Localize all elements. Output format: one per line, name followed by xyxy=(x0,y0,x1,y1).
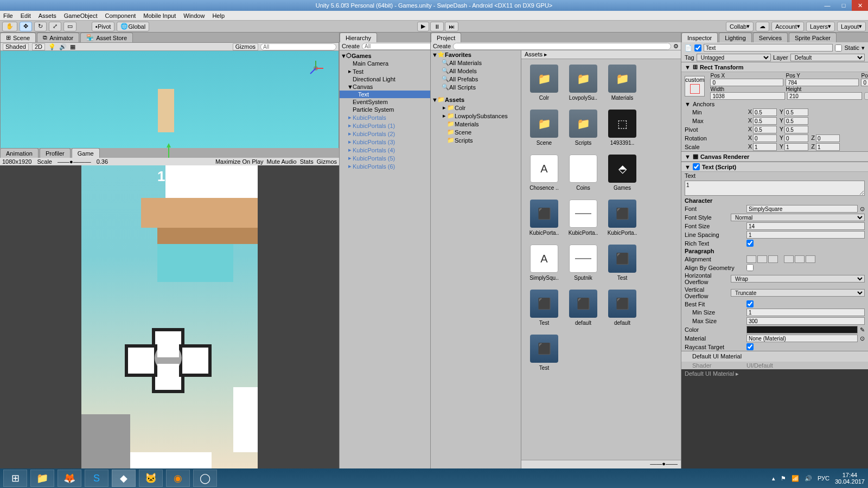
tray-flag-icon[interactable]: ⚑ xyxy=(781,475,786,482)
move-tool[interactable]: ✥ xyxy=(20,22,32,31)
height-field[interactable] xyxy=(787,92,862,100)
scene-view[interactable]: Shaded 2D 💡 🔊 ▦ Gizmos xyxy=(0,42,339,148)
object-name-field[interactable] xyxy=(704,44,833,52)
asset-item[interactable]: Coins xyxy=(566,155,601,191)
rotate-tool[interactable]: ↻ xyxy=(34,22,47,31)
rect-transform-header[interactable]: ▼⊞Rect Transform xyxy=(681,62,868,72)
font-picker-icon[interactable]: ⊙ xyxy=(860,206,865,213)
hierarchy-create[interactable]: Create xyxy=(342,43,360,49)
scene-shading[interactable]: Shaded xyxy=(3,43,29,50)
h-overflow-dropdown[interactable]: Wrap xyxy=(731,275,865,282)
account-dropdown[interactable]: Account ▾ xyxy=(771,22,804,31)
tab-project[interactable]: Project xyxy=(431,33,461,42)
best-fit-checkbox[interactable] xyxy=(746,300,754,307)
firefox-icon[interactable]: 🦊 xyxy=(58,470,81,487)
pivot-y[interactable] xyxy=(784,126,808,133)
width-field[interactable] xyxy=(710,92,785,100)
hierarchy-item[interactable]: Main Camera xyxy=(340,60,430,67)
project-search[interactable] xyxy=(453,43,671,50)
text-content-field[interactable]: 1 xyxy=(685,181,865,196)
scene-root[interactable]: ▼⬡ Games xyxy=(340,52,430,60)
posy-field[interactable] xyxy=(786,79,859,86)
asset-item[interactable]: ⬛default xyxy=(605,290,640,326)
layout-dropdown[interactable]: Layout ▾ xyxy=(837,22,866,31)
pivot-x[interactable] xyxy=(753,126,777,133)
game-gizmos[interactable]: Gizmos xyxy=(317,158,337,165)
asset-item[interactable]: ⬛Test xyxy=(527,335,561,371)
asset-item[interactable]: KubicPorta.. xyxy=(566,200,601,236)
tray-lang[interactable]: РУС xyxy=(818,475,829,481)
folder-item[interactable]: ▸📁 Colr xyxy=(431,104,521,112)
rot-z[interactable] xyxy=(816,134,840,142)
app-icon[interactable]: 🐱 xyxy=(139,470,163,487)
scene-audio-icon[interactable]: 🔊 xyxy=(59,43,67,50)
filter-icon[interactable]: ⚙ xyxy=(673,43,679,50)
asset-item[interactable]: 📁Materials xyxy=(605,65,640,101)
scl-x[interactable] xyxy=(753,143,777,151)
unity-icon[interactable]: ◆ xyxy=(112,470,136,487)
asset-item[interactable]: 📁Scripts xyxy=(566,110,601,146)
explorer-icon[interactable]: 📁 xyxy=(30,470,54,487)
hierarchy-item[interactable]: ▼Canvas xyxy=(340,83,430,91)
fav-item[interactable]: 🔍 All Scripts xyxy=(431,83,521,91)
color-field[interactable] xyxy=(746,326,858,333)
anchor-preset[interactable]: custom xyxy=(685,76,705,97)
rich-text-checkbox[interactable] xyxy=(746,240,754,247)
anchor-max-y[interactable] xyxy=(784,117,808,125)
asset-item[interactable]: ⬚1493391.. xyxy=(605,110,640,146)
menu-edit[interactable]: Edit xyxy=(21,12,31,19)
scene-light-icon[interactable]: 💡 xyxy=(48,43,56,50)
text-enabled[interactable] xyxy=(693,163,700,170)
material-field[interactable] xyxy=(746,335,858,342)
orientation-gizmo[interactable] xyxy=(305,57,327,79)
asset-item[interactable]: ⬛Test xyxy=(605,245,640,281)
hierarchy-item[interactable]: ▸KubicPortals (4) xyxy=(340,146,430,154)
alignment-buttons[interactable] xyxy=(746,255,778,263)
eyedropper-icon[interactable]: ✎ xyxy=(860,326,865,333)
folder-item[interactable]: 📁 Scene xyxy=(431,128,521,136)
play-button[interactable]: ▶ xyxy=(417,22,429,31)
tab-inspector[interactable]: Inspector xyxy=(681,33,718,42)
static-checkbox[interactable] xyxy=(835,44,842,52)
steam-icon[interactable]: ◯ xyxy=(193,470,217,487)
global-toggle[interactable]: 🌐 Global xyxy=(117,22,149,31)
tab-animation[interactable]: Animation xyxy=(0,148,39,158)
tab-profiler[interactable]: Profiler xyxy=(40,148,71,158)
tray-volume-icon[interactable]: 🔊 xyxy=(805,475,812,482)
anchor-max-x[interactable] xyxy=(753,117,777,125)
asset-item[interactable]: 📁LovpolySu.. xyxy=(566,65,601,101)
folder-item[interactable]: 📁 Materials xyxy=(431,120,521,128)
hierarchy-item[interactable]: ▸KubicPortals (6) xyxy=(340,162,430,170)
menu-component[interactable]: Component xyxy=(105,12,136,19)
material-picker-icon[interactable]: ⊙ xyxy=(860,335,865,342)
menu-gameobject[interactable]: GameObject xyxy=(64,12,98,19)
canvas-renderer-header[interactable]: ▼▦Canvas Renderer xyxy=(681,151,868,162)
posx-field[interactable] xyxy=(710,79,783,86)
hierarchy-item[interactable]: Particle System xyxy=(340,106,430,113)
collab-dropdown[interactable]: Collab ▾ xyxy=(726,22,754,31)
menu-assets[interactable]: Assets xyxy=(39,12,56,19)
menu-help[interactable]: Help xyxy=(212,12,225,19)
stats-toggle[interactable]: Stats xyxy=(300,158,314,165)
tab-game[interactable]: Game xyxy=(72,148,100,158)
tray-expand-icon[interactable]: ▴ xyxy=(772,475,775,482)
asset-item[interactable]: ⬛KubicPorta.. xyxy=(527,200,561,236)
line-spacing-field[interactable] xyxy=(746,231,865,239)
asset-item[interactable]: Sputnik xyxy=(566,245,601,281)
game-view[interactable]: 1 xyxy=(0,165,339,468)
hierarchy-item[interactable]: Directional Light xyxy=(340,75,430,83)
asset-item[interactable]: ⬛Test xyxy=(527,290,561,326)
fav-item[interactable]: 🔍 All Models xyxy=(431,67,521,75)
breadcrumb[interactable]: Assets ▸ xyxy=(521,50,681,59)
tab-hierarchy[interactable]: Hierarchy xyxy=(340,33,377,42)
start-button[interactable]: ⊞ xyxy=(3,470,27,487)
layers-dropdown[interactable]: Layers ▾ xyxy=(806,22,835,31)
rect-tool[interactable]: ▭ xyxy=(63,22,76,31)
pause-button[interactable]: ⏸ xyxy=(430,22,444,31)
game-resolution[interactable]: 1080x1920 xyxy=(2,158,31,165)
hierarchy-item[interactable]: ▸KubicPortals xyxy=(340,113,430,121)
tab-sprite-packer[interactable]: Sprite Packer xyxy=(789,33,837,42)
rot-y[interactable] xyxy=(784,134,808,142)
menu-file[interactable]: File xyxy=(3,12,13,19)
pivot-toggle[interactable]: ▪ Pivot xyxy=(92,22,114,31)
